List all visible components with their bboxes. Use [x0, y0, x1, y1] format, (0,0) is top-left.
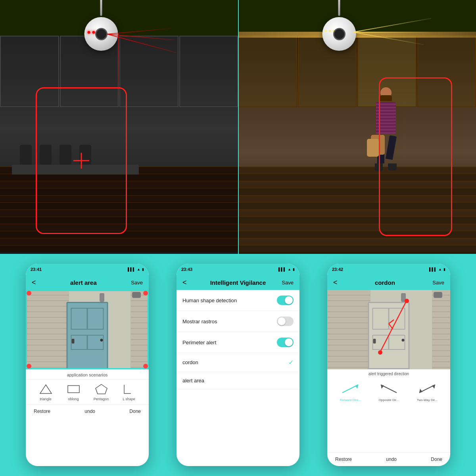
bottom-phones-section: 23:41 ▌▌▌ ▲ ▮ < alert area Save — [0, 254, 476, 476]
corner-tl — [27, 291, 31, 296]
phone1-time: 23:41 — [31, 267, 42, 272]
human-shape-detection-label: Human shape detection — [182, 298, 237, 303]
alert-area-row[interactable]: alert area — [177, 372, 299, 390]
right-camera-device — [322, 0, 356, 51]
svg-marker-12 — [419, 389, 422, 393]
triangle-icon — [38, 383, 54, 395]
camera-feeds-section — [0, 0, 476, 254]
battery-icon: ▮ — [142, 267, 144, 271]
perimeter-alert-toggle[interactable] — [277, 338, 294, 347]
phone3-camera-preview — [327, 290, 450, 369]
phone2-title: Intelligent Vigilance — [210, 279, 266, 286]
pentagon-label: Pentagon — [94, 397, 109, 401]
window-pane — [0, 36, 59, 107]
phone3-status-bar: 23:42 ▌▌▌ ▲ ▮ — [327, 264, 450, 275]
undo-button[interactable]: undo — [84, 409, 95, 414]
signal-icon: ▌▌▌ — [128, 267, 135, 271]
svg-rect-1 — [68, 386, 79, 393]
restore-button[interactable]: Restore — [335, 457, 352, 462]
phone2-save-button[interactable]: Save — [282, 280, 294, 286]
pentagon-icon — [93, 383, 109, 395]
direction-twoway[interactable]: Two-Way Dir... — [411, 381, 443, 402]
left-floor — [0, 167, 238, 254]
opposite-direction-label: Opposite Dir... — [379, 398, 399, 402]
phone1-status-icons: ▌▌▌ ▲ ▮ — [128, 267, 144, 271]
phone3-content: alert triggered direction Forward Dire..… — [327, 290, 450, 466]
phone2-time: 23:43 — [181, 267, 192, 272]
phone1-save-button[interactable]: Save — [131, 280, 143, 286]
restore-button[interactable]: Restore — [34, 409, 50, 414]
lshape-icon — [121, 383, 137, 395]
window-pane — [179, 36, 238, 107]
human-shape-detection-toggle[interactable] — [277, 296, 294, 305]
phone3-save-button[interactable]: Save — [432, 280, 444, 286]
opposite-direction-icon — [377, 381, 401, 397]
phone3-time: 23:42 — [332, 267, 343, 272]
shape-pentagon[interactable]: Pentagon — [93, 383, 109, 401]
cordon-row[interactable]: cordon ✓ — [177, 353, 299, 372]
signal-icon: ▌▌▌ — [429, 267, 437, 271]
phone3-nav-bar: < cordon Save — [327, 275, 450, 290]
phone1-camera-preview — [26, 290, 149, 369]
phone1-title: alert area — [70, 279, 97, 286]
left-windows — [0, 36, 238, 107]
human-shape-detection-row[interactable]: Human shape detection — [177, 290, 299, 311]
phone3-back-button[interactable]: < — [333, 278, 338, 287]
phone1-status-bar: 23:41 ▌▌▌ ▲ ▮ — [26, 264, 149, 275]
direction-forward[interactable]: Forward Dire... — [334, 381, 366, 402]
corner-br — [143, 364, 148, 369]
svg-marker-9 — [381, 385, 384, 389]
left-camera-device — [84, 0, 118, 51]
direction-opposite[interactable]: Opposite Dir... — [373, 381, 405, 402]
left-bar-area — [12, 143, 139, 175]
toggle-knob — [285, 338, 293, 346]
mostrar-rastros-label: Mostrar rastros — [182, 319, 217, 324]
phone2-nav-bar: < Intelligent Vigilance Save — [177, 275, 299, 290]
cordon-label: cordon — [182, 359, 198, 365]
panel-separator — [238, 0, 239, 254]
laser-vertical — [118, 34, 119, 97]
cordon-dot-bottom — [378, 350, 382, 355]
mostrar-rastros-toggle[interactable] — [277, 317, 294, 326]
direction-label: alert triggered direction — [327, 369, 450, 378]
phone1-shape-selector: triangle oblong Pentagon — [26, 379, 149, 404]
done-button[interactable]: Done — [431, 457, 442, 462]
phone3-status-icons: ▌▌▌ ▲ ▮ — [429, 267, 445, 271]
wifi-icon: ▲ — [137, 267, 140, 271]
phone3-title: cordon — [375, 279, 395, 286]
twoway-direction-label: Two-Way Dir... — [417, 398, 438, 402]
window-pane — [119, 36, 178, 107]
cordon-dot-top — [405, 299, 409, 303]
wifi-icon: ▲ — [438, 267, 442, 271]
laser-origin — [107, 34, 107, 34]
phone2-content: Human shape detection Mostrar rastros Pe… — [177, 290, 299, 466]
phone-cordon: 23:42 ▌▌▌ ▲ ▮ < cordon Save — [327, 264, 450, 466]
right-camera-panel — [238, 0, 476, 254]
svg-marker-7 — [355, 385, 358, 389]
lshape-label: L shape — [123, 397, 135, 401]
right-windows — [238, 36, 476, 107]
shape-lshape[interactable]: L shape — [121, 383, 137, 401]
door — [368, 302, 410, 369]
battery-icon: ▮ — [443, 267, 445, 271]
left-camera-panel — [0, 0, 238, 254]
shape-oblong[interactable]: oblong — [65, 383, 81, 401]
phone1-content: application scenarios triangle oblong — [26, 369, 149, 466]
corner-bl — [27, 364, 31, 369]
forward-direction-label: Forward Dire... — [340, 398, 361, 402]
scene-camera — [434, 292, 442, 298]
oblong-label: oblong — [68, 397, 79, 401]
person-figure — [369, 87, 403, 178]
mostrar-rastros-row[interactable]: Mostrar rastros — [177, 311, 299, 332]
phone1-back-button[interactable]: < — [32, 278, 36, 287]
perimeter-alert-row[interactable]: Perimeter alert — [177, 332, 299, 353]
toggle-knob — [285, 296, 293, 304]
direction-selector: Forward Dire... Opposite Dir... — [327, 378, 450, 405]
shape-triangle[interactable]: triangle — [38, 383, 54, 401]
undo-button[interactable]: undo — [386, 457, 397, 462]
perimeter-alert-label: Perimeter alert — [182, 340, 216, 345]
phone2-back-button[interactable]: < — [182, 278, 187, 287]
done-button[interactable]: Done — [129, 409, 141, 414]
phone2-status-bar: 23:43 ▌▌▌ ▲ ▮ — [177, 264, 299, 275]
forward-direction-icon — [338, 381, 362, 397]
